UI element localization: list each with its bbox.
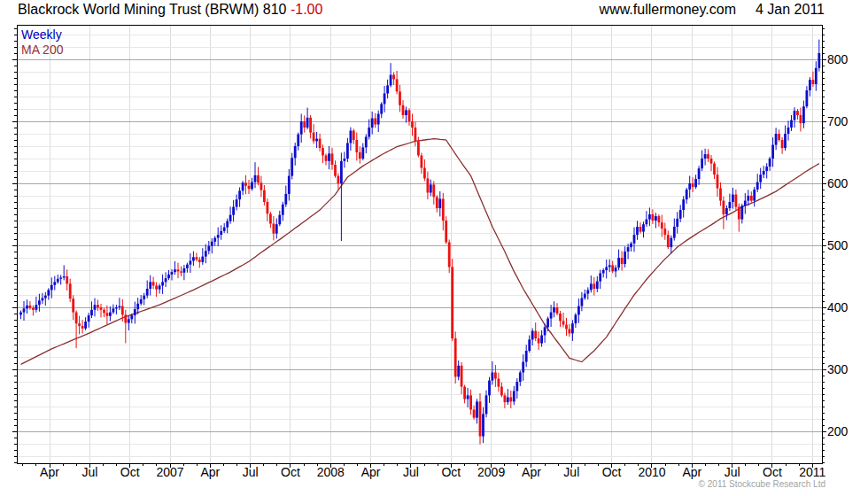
svg-text:Oct: Oct [602, 465, 622, 479]
instrument-title: Blackrock World Mining Trust (BRWM) 810 [18, 2, 291, 17]
page-title: Blackrock World Mining Trust (BRWM) 810 … [18, 2, 322, 18]
grid-and-axes: AprJulOct2007AprJulOct2008AprJulOct2009A… [12, 25, 849, 479]
header-right: www.fullermoney.com 4 Jan 2011 [600, 2, 825, 18]
svg-text:2007: 2007 [156, 465, 183, 479]
price-change: -1.00 [291, 2, 322, 17]
svg-text:600: 600 [827, 176, 849, 190]
svg-text:Oct: Oct [281, 465, 300, 479]
svg-text:2008: 2008 [317, 465, 345, 479]
svg-text:800: 800 [827, 52, 849, 66]
svg-text:Jul: Jul [403, 465, 419, 479]
svg-text:Apr: Apr [200, 465, 220, 479]
copyright-notice: © 2011 Stockcube Research Ltd [699, 479, 825, 489]
svg-text:Apr: Apr [361, 465, 381, 479]
legend-ma200: MA 200 [21, 43, 63, 58]
svg-text:Jul: Jul [725, 465, 740, 479]
svg-text:2009: 2009 [477, 465, 505, 479]
svg-text:Oct: Oct [120, 465, 140, 479]
svg-text:Jul: Jul [243, 465, 259, 479]
svg-text:Apr: Apr [40, 465, 59, 479]
svg-text:Oct: Oct [763, 465, 782, 479]
svg-text:400: 400 [827, 300, 849, 314]
svg-text:500: 500 [827, 238, 849, 252]
legend-weekly: Weekly [21, 27, 63, 43]
website-label: www.fullermoney.com [600, 2, 736, 18]
quote-date: 4 Jan 2011 [756, 2, 825, 18]
svg-text:700: 700 [827, 114, 849, 128]
weekly-candles [19, 40, 820, 445]
svg-text:Jul: Jul [81, 465, 97, 479]
svg-text:Apr: Apr [522, 465, 541, 479]
svg-text:2010: 2010 [638, 465, 665, 479]
svg-text:Oct: Oct [441, 465, 461, 479]
svg-text:300: 300 [827, 362, 849, 376]
svg-text:Apr: Apr [682, 465, 701, 479]
svg-text:Jul: Jul [563, 465, 579, 479]
candlestick-chart: AprJulOct2007AprJulOct2008AprJulOct2009A… [0, 0, 868, 496]
svg-text:200: 200 [827, 424, 849, 438]
chart-screen: AprJulOct2007AprJulOct2008AprJulOct2009A… [0, 0, 868, 496]
chart-legend: Weekly MA 200 [21, 27, 63, 58]
svg-text:2011: 2011 [799, 465, 825, 479]
